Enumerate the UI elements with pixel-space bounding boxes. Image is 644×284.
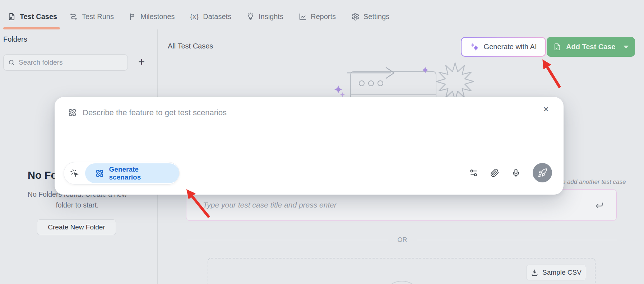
sparkle-icon [421,66,429,74]
rocket-icon [538,168,547,178]
sample-csv-button[interactable]: Sample CSV [526,265,586,280]
tab-label: Reports [311,13,336,21]
tab-milestones[interactable]: Milestones [128,9,175,24]
search-icon [8,59,15,66]
sliders-icon[interactable] [469,168,478,177]
page-title: All Test Cases [168,42,213,50]
send-rocket-button[interactable] [533,163,552,182]
folders-title: Folders [3,35,27,43]
tab-label: Settings [363,13,389,21]
tab-insights[interactable]: Insights [246,9,283,24]
sample-csv-label: Sample CSV [542,269,582,276]
csv-dropzone[interactable]: Sample CSV [208,258,596,284]
close-icon[interactable]: × [540,103,552,115]
test-runs-icon [70,13,78,21]
generate-with-ai-label: Generate with AI [484,43,537,51]
search-folders-input[interactable] [19,59,123,66]
tab-test-cases[interactable]: Test Cases [8,9,57,24]
divider-line [417,240,617,240]
active-tab-underline [3,27,60,29]
magic-click-icon[interactable] [70,168,80,178]
tab-label: Milestones [140,13,175,21]
generate-scenarios-label: Generate scenarios [109,166,170,181]
or-label: OR [388,236,417,244]
settings-gear-icon [351,13,360,21]
arrow-illustration [345,64,402,83]
add-folder-button[interactable]: + [134,54,149,70]
generate-controls: Generate scenarios [64,162,180,185]
ai-scenario-modal: Describe the feature to get test scenari… [55,97,564,195]
atom-icon [95,168,105,178]
generate-with-ai-button[interactable]: Generate with AI [461,37,546,57]
arrow-to-generate-ai [545,63,560,88]
top-navigation: Test Cases Test Runs Milestones {x} Data… [0,0,644,29]
add-test-case-icon [553,43,561,51]
add-test-case-button[interactable]: Add Test Case [547,37,635,57]
app-window: Test Cases Test Runs Milestones {x} Data… [0,0,644,284]
milestone-icon [128,13,136,21]
modal-action-icons [469,160,552,185]
dropzone-circle-illustration [382,281,422,284]
tab-datasets[interactable]: {x} Datasets [190,9,231,24]
reports-icon [298,13,307,21]
add-test-case-dropdown-caret[interactable] [624,46,629,48]
test-cases-icon [8,13,16,21]
starburst-illustration [435,62,475,101]
no-folders-line2: folder to start. [56,201,98,209]
tab-label: Test Runs [82,13,114,21]
generate-scenarios-button[interactable]: Generate scenarios [85,163,179,183]
ai-sparkles-icon [470,42,479,52]
datasets-icon: {x} [190,13,199,20]
enter-key-icon [594,200,604,210]
add-another-hint: to add another test case [560,178,626,186]
atom-icon [68,108,77,117]
scenario-prompt-input[interactable]: Describe the feature to get test scenari… [68,108,227,117]
tab-settings[interactable]: Settings [351,9,389,24]
tab-label: Insights [259,13,283,21]
or-divider: OR [187,235,617,245]
tab-label: Datasets [203,13,231,21]
create-new-folder-button[interactable]: Create New Folder [37,219,116,235]
divider-line [187,240,388,240]
add-test-case-label: Add Test Case [566,43,619,51]
folder-search[interactable] [3,54,128,71]
paperclip-icon[interactable] [490,168,499,177]
insights-icon [246,13,255,21]
test-case-title-input[interactable] [203,201,594,209]
download-icon [531,269,538,276]
microphone-icon[interactable] [511,168,520,177]
prompt-placeholder: Describe the feature to get test scenari… [83,108,227,117]
tab-reports[interactable]: Reports [298,9,336,24]
sparkle-icon [340,92,345,97]
tab-label: Test Cases [20,13,57,21]
tab-test-runs[interactable]: Test Runs [70,9,114,24]
